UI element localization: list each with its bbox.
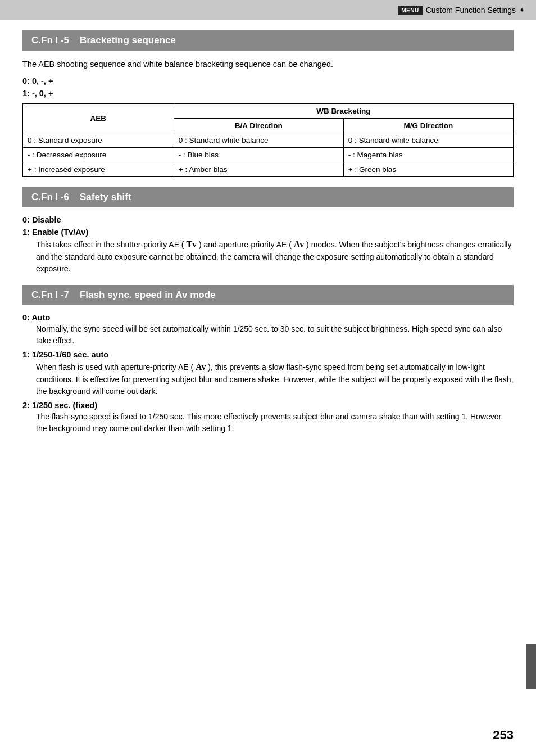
top-bar-content: MENU Custom Function Settings ✦ [398, 6, 525, 15]
table-row: - : Decreased exposure - : Blue bias - :… [23, 147, 514, 162]
top-bar-title: Custom Function Settings [426, 6, 516, 15]
section3-option1: 1: 1/250-1/60 sec. auto When flash is us… [22, 350, 514, 397]
section2-option1-label: 1: Enable (Tv/Av) [22, 228, 514, 237]
section1-option0: 0: 0, -, + [22, 76, 514, 85]
section3-option1-label: 1: 1/250-1/60 sec. auto [22, 350, 514, 359]
table-row: 0 : Standard exposure 0 : Standard white… [23, 133, 514, 147]
main-content: C.Fn I -5 Bracketing sequence The AEB sh… [0, 20, 536, 460]
section2-header: C.Fn I -6 Safety shift [22, 187, 514, 207]
table-wb-header: WB Bracketing [174, 103, 513, 118]
section3-title: Flash sync. speed in Av mode [80, 289, 216, 300]
table-cell-aeb-2: + : Increased exposure [23, 162, 174, 176]
table-cell-mg-2: + : Green bias [343, 162, 513, 176]
table-cell-mg-1: - : Magenta bias [343, 147, 513, 162]
section1-option0-label: 0: 0, -, + [22, 76, 514, 85]
top-bar: MENU Custom Function Settings ✦ [0, 0, 536, 20]
menu-icon: MENU [398, 6, 422, 15]
bracketing-table: AEB WB Bracketing B/A Direction M/G Dire… [22, 103, 514, 177]
table-mg-header: M/G Direction [343, 118, 513, 133]
section1-intro: The AEB shooting sequence and white bala… [22, 58, 514, 71]
section3-option0-desc: Normally, the sync speed will be set aut… [36, 323, 514, 347]
section3-option0: 0: Auto Normally, the sync speed will be… [22, 313, 514, 347]
section3-header: C.Fn I -7 Flash sync. speed in Av mode [22, 285, 514, 305]
table-aeb-header: AEB [23, 103, 174, 133]
section1-header: C.Fn I -5 Bracketing sequence [22, 30, 514, 51]
section2-title: Safety shift [80, 192, 131, 202]
page-number: 253 [493, 728, 514, 743]
section2-option1-desc: This takes effect in the shutter-priorit… [36, 238, 514, 275]
side-tab [526, 644, 536, 689]
star-icon: ✦ [519, 6, 525, 14]
section1-option1-label: 1: -, 0, + [22, 89, 514, 98]
table-cell-ba-1: - : Blue bias [174, 147, 343, 162]
section2-option0-label: 0: Disable [22, 215, 514, 224]
table-cell-mg-0: 0 : Standard white balance [343, 133, 513, 147]
section3-option1-desc: When flash is used with aperture-priorit… [36, 360, 514, 397]
table-row: + : Increased exposure + : Amber bias + … [23, 162, 514, 176]
section3-option2-desc: The flash-sync speed is fixed to 1/250 s… [36, 411, 514, 434]
table-cell-ba-2: + : Amber bias [174, 162, 343, 176]
section3-option2: 2: 1/250 sec. (fixed) The flash-sync spe… [22, 401, 514, 434]
table-cell-aeb-1: - : Decreased exposure [23, 147, 174, 162]
section1-option1: 1: -, 0, + [22, 89, 514, 98]
section2-id: C.Fn I -6 [31, 192, 69, 202]
section3-option0-label: 0: Auto [22, 313, 514, 322]
section2-option1: 1: Enable (Tv/Av) This takes effect in t… [22, 228, 514, 275]
table-cell-aeb-0: 0 : Standard exposure [23, 133, 174, 147]
section3-id: C.Fn I -7 [31, 289, 69, 300]
page-wrapper: MENU Custom Function Settings ✦ C.Fn I -… [0, 0, 536, 756]
table-cell-ba-0: 0 : Standard white balance [174, 133, 343, 147]
section1-title: Bracketing sequence [80, 35, 176, 46]
section2-option0: 0: Disable [22, 215, 514, 224]
table-ba-header: B/A Direction [174, 118, 343, 133]
section3-option2-label: 2: 1/250 sec. (fixed) [22, 401, 514, 410]
section1-id: C.Fn I -5 [31, 35, 69, 46]
